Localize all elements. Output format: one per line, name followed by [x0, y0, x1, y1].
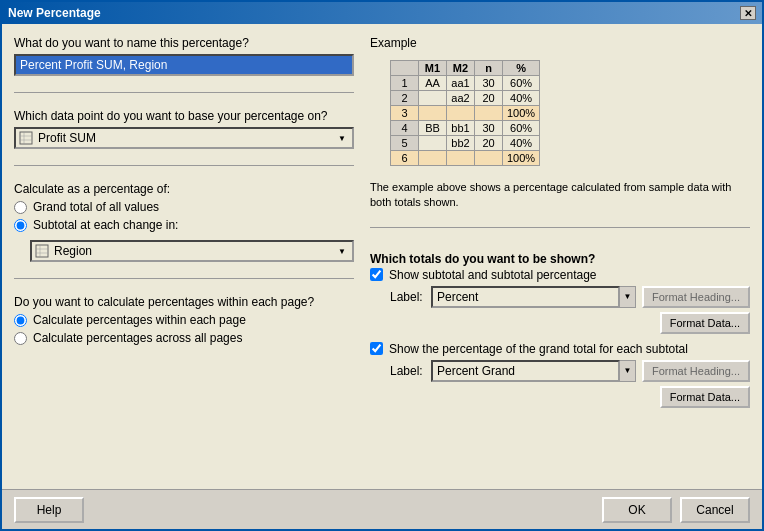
cell-pct: 100% [503, 106, 540, 121]
label-input-1[interactable] [431, 286, 620, 308]
cell-m1: BB [419, 121, 447, 136]
radio-within-input[interactable] [14, 314, 27, 327]
name-label: What do you want to name this percentage… [14, 36, 354, 50]
row-num: 3 [391, 106, 419, 121]
format-heading-btn-1[interactable]: Format Heading... [642, 286, 750, 308]
bottom-right: OK Cancel [602, 497, 750, 523]
calculate-radio-group: Grand total of all values Subtotal at ea… [14, 200, 354, 262]
subtotal-checkbox-row[interactable]: Show subtotal and subtotal percentage [370, 268, 750, 282]
format-data-btn-2[interactable]: Format Data... [660, 386, 750, 408]
title-bar-text: New Percentage [8, 6, 101, 20]
name-input[interactable] [14, 54, 354, 76]
calculate-label: Calculate as a percentage of: [14, 182, 354, 196]
row-num: 4 [391, 121, 419, 136]
cell-pct: 60% [503, 76, 540, 91]
cell-m2: aa2 [447, 91, 475, 106]
cell-m2 [447, 106, 475, 121]
bottom-bar: Help OK Cancel [2, 489, 762, 529]
format-data-row-1: Format Data... [370, 312, 750, 334]
label-row-1: Label: ▼ Format Heading... [390, 286, 750, 308]
datapoint-arrow: ▼ [334, 134, 350, 143]
row-num: 2 [391, 91, 419, 106]
radio-subtotal-input[interactable] [14, 219, 27, 232]
radio-subtotal-label: Subtotal at each change in: [33, 218, 178, 232]
radio-across-input[interactable] [14, 332, 27, 345]
datapoint-value: Profit SUM [38, 131, 334, 145]
col-header-pct: % [503, 61, 540, 76]
region-value: Region [54, 244, 334, 258]
cell-n: 30 [475, 121, 503, 136]
table-row: 4 BB bb1 30 60% [391, 121, 540, 136]
table-row-subtotal: 3 100% [391, 106, 540, 121]
close-button[interactable]: ✕ [740, 6, 756, 20]
label-row-2: Label: ▼ Format Heading... [390, 360, 750, 382]
datapoint-section: Which data point do you want to base you… [14, 109, 354, 149]
page-label: Do you want to calculate percentages wit… [14, 295, 354, 309]
format-heading-btn-2[interactable]: Format Heading... [642, 360, 750, 382]
label-input-container-1: ▼ [431, 286, 636, 308]
label-dropdown-btn-1[interactable]: ▼ [620, 286, 636, 308]
page-radio-group: Calculate percentages within each page C… [14, 313, 354, 345]
totals-section: Which totals do you want to be shown? Sh… [370, 252, 750, 408]
format-data-row-2: Format Data... [370, 386, 750, 408]
radio-grand-input[interactable] [14, 201, 27, 214]
datapoint-dropdown[interactable]: Profit SUM ▼ [14, 127, 354, 149]
grand-checkbox[interactable] [370, 342, 383, 355]
example-table: M1 M2 n % 1 AA aa1 30 60% [390, 60, 540, 166]
radio-across-pages[interactable]: Calculate percentages across all pages [14, 331, 354, 345]
cell-m1 [419, 106, 447, 121]
cell-m2 [447, 151, 475, 166]
svg-rect-0 [20, 132, 32, 144]
totals-question: Which totals do you want to be shown? [370, 252, 750, 266]
subtotal-checkbox[interactable] [370, 268, 383, 281]
row-num: 1 [391, 76, 419, 91]
cell-m2: bb1 [447, 121, 475, 136]
row-num: 6 [391, 151, 419, 166]
divider-right [370, 227, 750, 228]
cell-m1 [419, 151, 447, 166]
subtotal-checkbox-label: Show subtotal and subtotal percentage [389, 268, 596, 282]
cell-pct: 40% [503, 91, 540, 106]
radio-within-label: Calculate percentages within each page [33, 313, 246, 327]
label-text-2: Label: [390, 364, 425, 378]
radio-within-page[interactable]: Calculate percentages within each page [14, 313, 354, 327]
grand-checkbox-row[interactable]: Show the percentage of the grand total f… [370, 342, 750, 356]
page-section: Do you want to calculate percentages wit… [14, 295, 354, 345]
right-panel: Example M1 M2 n % 1 [370, 36, 750, 477]
cell-n: 30 [475, 76, 503, 91]
cell-pct: 40% [503, 136, 540, 151]
help-button[interactable]: Help [14, 497, 84, 523]
label-input-2[interactable] [431, 360, 620, 382]
datapoint-icon [18, 130, 34, 146]
radio-grand-total[interactable]: Grand total of all values [14, 200, 354, 214]
title-bar: New Percentage ✕ [2, 2, 762, 24]
dialog-body: What do you want to name this percentage… [2, 24, 762, 489]
cell-m1: AA [419, 76, 447, 91]
cell-n [475, 106, 503, 121]
datapoint-label: Which data point do you want to base you… [14, 109, 354, 123]
divider-2 [14, 165, 354, 166]
region-dropdown[interactable]: Region ▼ [30, 240, 354, 262]
cancel-button[interactable]: Cancel [680, 497, 750, 523]
radio-subtotal[interactable]: Subtotal at each change in: [14, 218, 354, 232]
cell-m2: bb2 [447, 136, 475, 151]
label-dropdown-btn-2[interactable]: ▼ [620, 360, 636, 382]
region-arrow: ▼ [334, 247, 350, 256]
region-dropdown-container: Region ▼ [30, 240, 354, 262]
radio-across-label: Calculate percentages across all pages [33, 331, 242, 345]
col-header-n: n [475, 61, 503, 76]
cell-m1 [419, 91, 447, 106]
left-panel: What do you want to name this percentage… [14, 36, 354, 477]
col-header-empty [391, 61, 419, 76]
cell-n: 20 [475, 91, 503, 106]
svg-rect-4 [36, 245, 48, 257]
name-section: What do you want to name this percentage… [14, 36, 354, 76]
format-data-btn-1[interactable]: Format Data... [660, 312, 750, 334]
region-icon [34, 243, 50, 259]
ok-button[interactable]: OK [602, 497, 672, 523]
col-header-m2: M2 [447, 61, 475, 76]
calculate-section: Calculate as a percentage of: Grand tota… [14, 182, 354, 262]
divider-3 [14, 278, 354, 279]
example-table-container: M1 M2 n % 1 AA aa1 30 60% [390, 60, 750, 166]
table-row-subtotal: 6 100% [391, 151, 540, 166]
